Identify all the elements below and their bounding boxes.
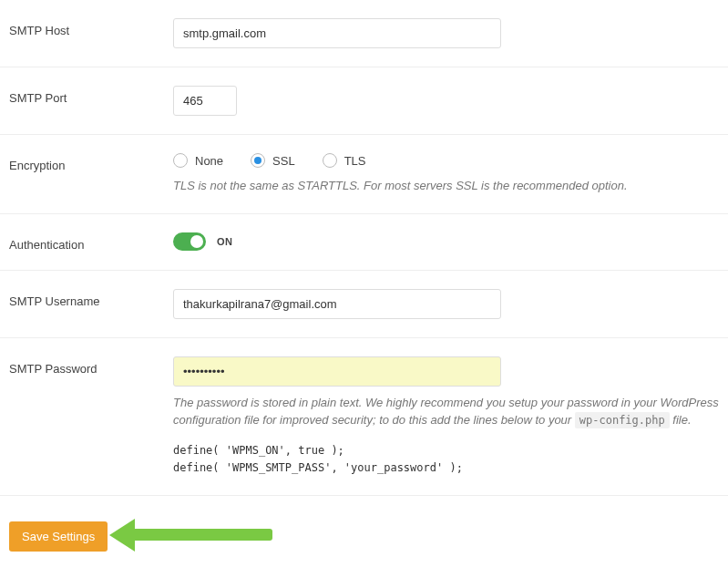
radio-icon bbox=[323, 153, 337, 168]
row-encryption: Encryption None SSL TLS TLS is not the s… bbox=[0, 135, 728, 214]
encryption-radio-tls[interactable]: TLS bbox=[323, 153, 366, 168]
smtp-password-help-post: file. bbox=[670, 413, 692, 427]
auth-status-text: ON bbox=[217, 236, 233, 247]
encryption-tls-label: TLS bbox=[344, 154, 366, 168]
smtp-port-input[interactable] bbox=[173, 86, 237, 116]
encryption-radio-group: None SSL TLS bbox=[173, 153, 719, 168]
smtp-password-input[interactable] bbox=[173, 356, 501, 387]
row-smtp-password: SMTP Password The password is stored in … bbox=[0, 338, 728, 496]
encryption-help-text: TLS is not the same as STARTTLS. For mos… bbox=[173, 177, 719, 195]
row-smtp-host: SMTP Host bbox=[0, 0, 728, 67]
encryption-label: Encryption bbox=[9, 153, 173, 172]
encryption-none-label: None bbox=[195, 154, 223, 168]
encryption-ssl-label: SSL bbox=[272, 154, 295, 168]
row-authentication: Authentication ON bbox=[0, 214, 728, 271]
config-code-block: define( 'WPMS_ON', true ); define( 'WPMS… bbox=[173, 442, 719, 477]
auth-label: Authentication bbox=[9, 232, 173, 252]
smtp-password-label: SMTP Password bbox=[9, 356, 173, 376]
row-smtp-port: SMTP Port bbox=[0, 67, 728, 135]
annotation-arrow-icon bbox=[115, 522, 279, 550]
row-smtp-username: SMTP Username bbox=[0, 271, 728, 338]
smtp-username-input[interactable] bbox=[173, 289, 501, 319]
encryption-radio-ssl[interactable]: SSL bbox=[251, 153, 295, 168]
smtp-host-label: SMTP Host bbox=[9, 18, 173, 37]
smtp-password-help: The password is stored in plain text. We… bbox=[173, 394, 719, 429]
toggle-switch-icon bbox=[173, 232, 206, 251]
save-settings-button[interactable]: Save Settings bbox=[9, 521, 108, 552]
smtp-username-label: SMTP Username bbox=[9, 289, 173, 308]
radio-icon bbox=[173, 153, 188, 168]
wp-config-code: wp-config.php bbox=[575, 412, 670, 428]
encryption-radio-none[interactable]: None bbox=[173, 153, 223, 168]
radio-icon bbox=[251, 153, 265, 168]
smtp-host-input[interactable] bbox=[173, 18, 501, 48]
auth-toggle[interactable]: ON bbox=[173, 232, 719, 251]
save-row: Save Settings bbox=[0, 496, 728, 559]
smtp-port-label: SMTP Port bbox=[9, 86, 173, 105]
